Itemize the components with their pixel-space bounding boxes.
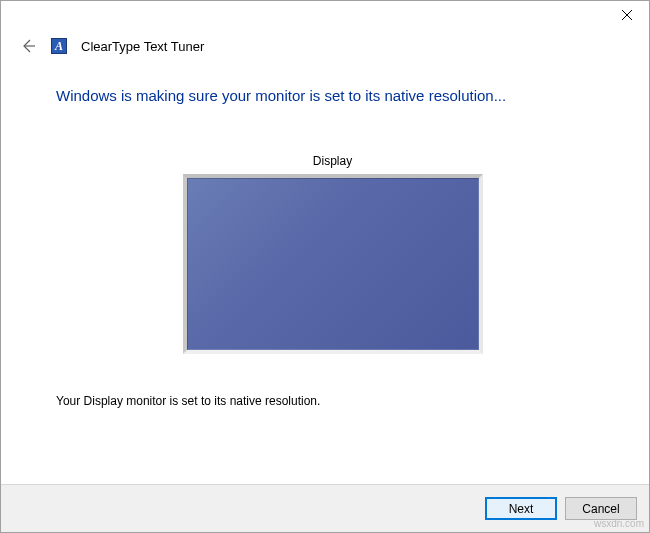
status-text: Your Display monitor is set to its nativ… <box>56 394 609 408</box>
cancel-button[interactable]: Cancel <box>565 497 637 520</box>
page-heading: Windows is making sure your monitor is s… <box>56 87 609 104</box>
back-arrow-icon <box>20 38 36 54</box>
display-label: Display <box>56 154 609 168</box>
titlebar <box>1 1 649 31</box>
display-preview-block: Display <box>56 154 609 354</box>
next-button[interactable]: Next <box>485 497 557 520</box>
back-button[interactable] <box>19 37 37 55</box>
footer-bar: Next Cancel <box>1 484 649 532</box>
app-title: ClearType Text Tuner <box>81 39 204 54</box>
header-bar: A ClearType Text Tuner <box>1 31 649 65</box>
content-area: Windows is making sure your monitor is s… <box>1 65 649 484</box>
dialog-window: A ClearType Text Tuner Windows is making… <box>0 0 650 533</box>
monitor-preview-icon <box>183 174 483 354</box>
close-button[interactable] <box>604 1 649 29</box>
app-icon: A <box>51 38 67 54</box>
close-icon <box>622 10 632 20</box>
